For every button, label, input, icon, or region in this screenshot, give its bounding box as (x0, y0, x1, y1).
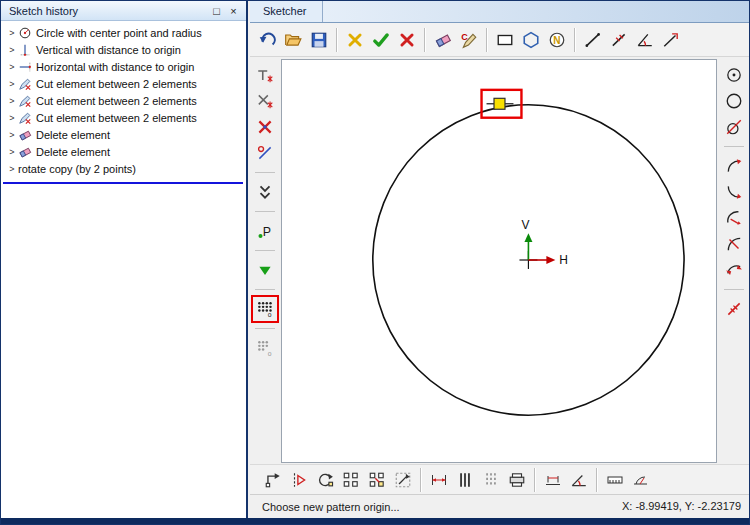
point-delete-icon[interactable] (253, 115, 277, 139)
toolbar-separator (596, 468, 598, 492)
history-item-label: Vertical with distance to origin (36, 44, 181, 56)
history-list: >Circle with center point and radius>Ver… (1, 21, 246, 177)
cancel-icon[interactable] (395, 28, 419, 52)
arc-radius-icon[interactable] (722, 206, 746, 230)
line-tool-icon[interactable] (581, 28, 605, 52)
sketch-drawing: V H (282, 60, 716, 462)
discard-icon[interactable] (343, 28, 367, 52)
transform-rotate-icon[interactable] (313, 468, 337, 492)
window-bottom-edge (1, 518, 749, 524)
arc-sweep-icon[interactable] (722, 154, 746, 178)
history-item-label: Horizontal with distance to origin (36, 61, 194, 73)
expand-chevron-icon[interactable]: > (6, 45, 18, 55)
svg-text:o: o (268, 350, 272, 357)
transform-scale-icon[interactable] (391, 468, 415, 492)
circle-tangent-icon[interactable] (722, 115, 746, 139)
toolbar-separator (574, 28, 576, 52)
line-extend-tool-icon[interactable] (659, 28, 683, 52)
dim-dashed-icon[interactable] (479, 468, 503, 492)
transform-mirror-icon[interactable] (287, 468, 311, 492)
circle-center-icon[interactable] (722, 63, 746, 87)
pattern-circular-icon[interactable]: o (253, 336, 277, 360)
save-icon[interactable] (307, 28, 331, 52)
eraser-icon[interactable] (431, 28, 455, 52)
close-button[interactable]: × (225, 3, 242, 18)
h-circle-icon (18, 26, 36, 40)
expand-chevron-icon[interactable]: > (6, 113, 18, 123)
sketcher-main-area: Poo V (250, 58, 749, 464)
history-item-label: Delete element (36, 129, 110, 141)
pattern-rect-icon[interactable] (339, 468, 363, 492)
dim-horizontal-icon[interactable] (541, 468, 565, 492)
measure-distance-icon[interactable] (603, 468, 627, 492)
pattern-linear-icon[interactable]: o (253, 297, 277, 321)
rectangle-tool-icon[interactable] (493, 28, 517, 52)
sketcher-tab[interactable]: Sketcher (250, 1, 323, 22)
toolbar-separator (255, 289, 275, 290)
line-divide-tool-icon[interactable] (607, 28, 631, 52)
point-project-icon[interactable] (253, 141, 277, 165)
v-axis-label: V (521, 218, 529, 232)
history-item[interactable]: >Circle with center point and radius (1, 24, 246, 41)
angle-line-tool-icon[interactable] (633, 28, 657, 52)
ngon-tool-icon[interactable]: N (545, 28, 569, 52)
history-item-label: Delete element (36, 146, 110, 158)
history-item[interactable]: >Cut element between 2 elements (1, 75, 246, 92)
maximize-button[interactable]: □ (208, 3, 225, 18)
history-item[interactable]: >Delete element (1, 143, 246, 160)
transform-move-icon[interactable] (261, 468, 285, 492)
cursor-coordinates: X: -8.99419, Y: -2.23179 (622, 500, 741, 512)
expand-chevron-icon[interactable]: > (6, 79, 18, 89)
expand-chevron-icon[interactable]: > (6, 147, 18, 157)
expand-chevron-icon[interactable]: > (6, 28, 18, 38)
svg-text:o: o (268, 311, 272, 318)
measure-angle-icon[interactable] (629, 468, 653, 492)
history-item[interactable]: >Cut element between 2 elements (1, 92, 246, 109)
sketch-history-panel: Sketch history □ × >Circle with center p… (1, 1, 248, 518)
copy-format-icon[interactable]: C (457, 28, 481, 52)
status-message: Choose new pattern origin... (262, 501, 400, 513)
arc-chord-icon[interactable] (722, 180, 746, 204)
pattern-origin-point[interactable] (494, 98, 505, 109)
toolbar-separator (486, 28, 488, 52)
sketcher-panel: Sketcher CN Poo (250, 1, 749, 518)
arc-diameter-icon[interactable] (722, 232, 746, 256)
apply-triangle-icon[interactable] (253, 258, 277, 282)
accept-icon[interactable] (369, 28, 393, 52)
undo-icon[interactable] (255, 28, 279, 52)
h-axis-arrowhead-icon (546, 256, 555, 264)
expand-chevron-icon[interactable]: > (6, 62, 18, 72)
expand-chevron-icon[interactable]: > (6, 96, 18, 106)
circle-plain-icon[interactable] (722, 89, 746, 113)
dim-parallel-icon[interactable] (453, 468, 477, 492)
polygon-tool-icon[interactable] (519, 28, 543, 52)
h-cut-icon (18, 111, 36, 125)
sketch-canvas[interactable]: V H (281, 59, 717, 463)
toolbar-separator (255, 250, 275, 251)
history-item[interactable]: >Horizontal with distance to origin (1, 58, 246, 75)
dim-angle-icon[interactable] (567, 468, 591, 492)
toolbar-separator (424, 28, 426, 52)
angle-red-icon[interactable] (722, 297, 746, 321)
toolbar-separator (255, 172, 275, 173)
dim-distance-icon[interactable] (427, 468, 451, 492)
toolbar-separator (534, 468, 536, 492)
h-axis-label: H (559, 253, 568, 267)
param-point-icon[interactable]: P (253, 219, 277, 243)
expand-chevron-icon[interactable]: > (6, 130, 18, 140)
open-icon[interactable] (281, 28, 305, 52)
point-intersect-icon[interactable] (253, 89, 277, 113)
h-del-icon (18, 145, 36, 159)
collapse-chevrons-icon[interactable] (253, 180, 277, 204)
history-item[interactable]: >Cut element between 2 elements (1, 109, 246, 126)
history-item[interactable]: >Delete element (1, 126, 246, 143)
pattern-copy-icon[interactable] (365, 468, 389, 492)
point-tangent-icon[interactable] (253, 63, 277, 87)
history-item[interactable]: >rotate copy (by 2 points) (1, 160, 246, 177)
arc-double-icon[interactable] (722, 258, 746, 282)
sketcher-top-toolbar: CN (250, 23, 749, 57)
dim-stack-icon[interactable] (505, 468, 529, 492)
history-item[interactable]: >Vertical with distance to origin (1, 41, 246, 58)
history-item-label: Cut element between 2 elements (36, 78, 197, 90)
expand-chevron-icon[interactable]: > (6, 164, 18, 174)
